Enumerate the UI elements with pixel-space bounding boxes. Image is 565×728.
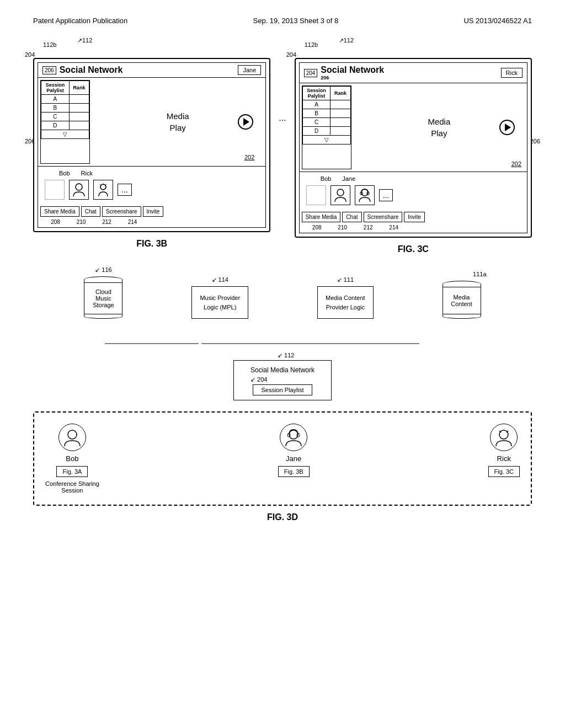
chat-btn-3c[interactable]: Chat [342, 212, 361, 222]
share-media-btn-3b[interactable]: Share Media [40, 206, 79, 217]
rank-header-3c: Rank [331, 87, 350, 100]
arch-top-row: ↙ 116 Cloud Music Storage ↙ 114 [33, 276, 532, 319]
conf-sharing-text: Conference Sharing Session [45, 480, 99, 494]
share-media-btn-3c[interactable]: Share Media [302, 212, 341, 222]
sn-title-3b: Social Network [60, 65, 235, 75]
ref-210-3c: 210 [334, 224, 351, 231]
cyl-body-cloud: Cloud Music Storage [84, 283, 122, 314]
ref-204-3b: 204 [25, 51, 35, 58]
bob-node: Bob Fig. 3A Conference Sharing Session [45, 424, 99, 494]
header-right: US 2013/0246522 A1 [463, 17, 532, 25]
avatar-bob-3c [331, 185, 350, 205]
device-3b: 206 Social Network Jane Session [33, 58, 270, 232]
invite-btn-3b[interactable]: Invite [143, 206, 164, 217]
playlist-table-3c: Session Palylist Rank A B C D ▽ [302, 85, 351, 169]
media-content-node: 111a Media Content [443, 281, 481, 319]
row-a-3b: A [41, 95, 70, 104]
smn-box-wrapper: ↙ 112 Social Media Network ↙ 204 Session… [233, 352, 332, 400]
user1-name-3c: Bob [321, 175, 332, 182]
svg-point-0 [76, 184, 82, 190]
media-play-3c: Media Play 202 [354, 85, 525, 169]
fig3a-ref: Fig. 3A [56, 466, 88, 477]
ref-116: ↙ 116 [95, 266, 111, 274]
sn-content-3b: Session Palylist Rank A B C D ▽ [38, 78, 265, 166]
fig-3b-label: FIG. 3B [33, 239, 270, 249]
fig3b-ref: Fig. 3B [278, 466, 310, 477]
patent-header: Patent Application Publication Sep. 19, … [33, 17, 532, 25]
screenshare-btn-3c[interactable]: Screenshare [364, 212, 403, 222]
arrow-row-3b: ▽ [41, 130, 89, 139]
screenshare-btn-3b[interactable]: Screenshare [102, 206, 141, 217]
ref-row-3c: 208 210 212 214 [300, 224, 527, 233]
action-buttons-3c: Share Media Chat Screenshare Invite [300, 210, 527, 224]
jane-avatar [280, 424, 307, 451]
cyl-bottom-media [443, 314, 481, 319]
media-logic-box: Media Content Provider Logic [317, 286, 374, 319]
ref-111: ↙ 111 [337, 276, 354, 283]
svg-line-3 [100, 184, 101, 185]
sn-title-3c: Social Network 206 [321, 65, 497, 81]
rick-label: Rick [497, 454, 511, 463]
sn-header-3b: 206 Social Network Jane [38, 63, 265, 78]
rick-avatar [490, 424, 518, 451]
ref-214-3b: 214 [124, 219, 141, 225]
arrow-row-3c: ▽ [302, 136, 350, 144]
sn-user-3b: Jane [238, 65, 261, 75]
fig3c-ref: Fig. 3C [488, 466, 520, 477]
media-text-3c: Media Play [428, 116, 450, 139]
fig-3d-label: FIG. 3D [33, 512, 532, 522]
invite-btn-3c[interactable]: Invite [404, 212, 425, 222]
bob-label: Bob [66, 454, 78, 463]
rick-node: Rick Fig. 3C [488, 424, 520, 477]
names-row-3c: Bob Jane [304, 174, 523, 183]
cloud-cylinder: Cloud Music Storage [84, 276, 122, 319]
sn-header-3c: 204 Social Network 206 Rick [300, 63, 527, 83]
svg-point-2 [100, 184, 106, 190]
ref-row-3b: 208 210 212 214 [38, 219, 265, 227]
ref-212-3c: 212 [353, 224, 383, 231]
avatar-rick-3b [93, 180, 113, 200]
row-b-3c: B [302, 109, 331, 118]
chat-btn-3b[interactable]: Chat [81, 206, 100, 217]
cloud-music-node: ↙ 116 Cloud Music Storage [84, 276, 122, 319]
participants-3b: Bob Rick [38, 166, 265, 204]
fig-3c-container: 112b ↗112 204 206 204 Social Network 206… [295, 47, 532, 254]
ref-112-3d: ↙ 112 [278, 352, 332, 359]
avatar-row-3b: ... [42, 178, 261, 202]
ref-204-top-3c: 204 [304, 69, 318, 77]
mpl-box: Music Provider Logic (MPL) [191, 286, 248, 319]
ref-112-3c: ↗112 [339, 37, 354, 44]
jane-node: Jane Fig. 3B [278, 424, 310, 477]
smn-box: Social Media Network ↙ 204 Session Playl… [233, 360, 332, 400]
dots-3c: ... [379, 189, 393, 201]
user1-name-3b: Bob [59, 170, 70, 176]
playlist-header-3b: Session Palylist [41, 81, 70, 95]
avatar-empty-3b [45, 180, 65, 200]
dots-3b: ... [118, 184, 132, 196]
device-inner-3b: 206 Social Network Jane Session [38, 62, 266, 228]
ref-112b-3b: 112b [43, 41, 56, 48]
ref-206-top-3b: 206 [42, 66, 56, 74]
device-inner-3c: 204 Social Network 206 Rick [299, 62, 527, 233]
session-playlist-box: Session Playlist [250, 384, 315, 395]
playlist-table-3b: Session Palylist Rank A B C D ▽ [40, 80, 90, 164]
ref-214-3c: 214 [385, 224, 403, 231]
row-d-3b: D [41, 121, 70, 130]
media-cylinder: Media Content [443, 281, 481, 319]
fig-3d-container: ↙ 116 Cloud Music Storage ↙ 114 [33, 276, 532, 522]
device-3c: 204 Social Network 206 Rick [295, 58, 532, 238]
svg-line-4 [105, 184, 106, 185]
session-playlist-btn[interactable]: Session Playlist [253, 384, 312, 395]
participants-3c: Bob Jane [300, 172, 527, 210]
sn-user-3c: Rick [501, 68, 523, 78]
bob-avatar [58, 424, 86, 451]
playlist-header-3c: Session Palylist [302, 87, 331, 100]
svg-point-5 [337, 189, 344, 196]
users-row: Bob Fig. 3A Conference Sharing Session [45, 424, 520, 494]
avatar-bob-3b [69, 180, 89, 200]
jane-label: Jane [286, 454, 301, 463]
row-b-3b: B [41, 104, 70, 113]
sn-content-3c: Session Palylist Rank A B C D ▽ [300, 83, 527, 172]
ref-114: ↙ 114 [212, 276, 228, 283]
svg-point-13 [68, 430, 77, 439]
